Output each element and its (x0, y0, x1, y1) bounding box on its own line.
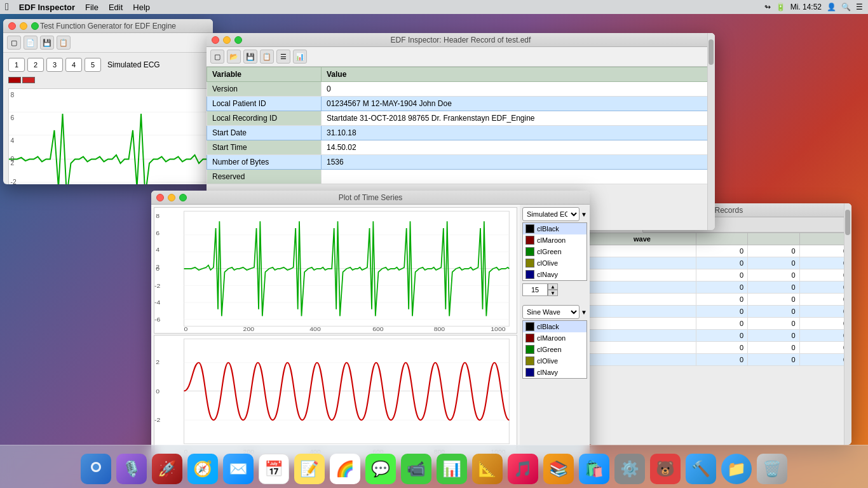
header-toolbar-btn-1[interactable]: ▢ (210, 50, 224, 64)
color-dot-black-bot (526, 322, 534, 331)
plot-max-btn[interactable] (179, 194, 187, 201)
bottom-signal-arrow: ▼ (581, 309, 587, 316)
dock-books[interactable]: 📚 (542, 452, 575, 485)
toolbar-btn-3[interactable]: 💾 (40, 36, 54, 50)
col-variable: Variable (207, 67, 322, 82)
top-signal-select[interactable]: Simulated ECG (522, 207, 580, 221)
dock-bear[interactable]: 🐻 (649, 452, 682, 485)
dock-launchpad[interactable]: 🚀 (151, 452, 184, 485)
spinbox-down-top[interactable]: ▼ (548, 290, 558, 296)
color-swatch-2[interactable] (22, 77, 35, 83)
color-item-navy-top[interactable]: clNavy (523, 269, 587, 280)
dock-folder[interactable]: 📁 (720, 452, 753, 485)
channel-btn-3[interactable]: 3 (46, 58, 63, 72)
dock-siri[interactable]: 🎙️ (115, 452, 148, 485)
color-item-navy-bot[interactable]: clNavy (523, 367, 587, 378)
header-row-6[interactable]: Reserved (207, 170, 715, 184)
dock-mail[interactable]: ✉️ (222, 452, 255, 485)
data-row-0[interactable]: 000 (588, 245, 851, 257)
data-row-5[interactable]: 000 (588, 306, 851, 318)
data-row-1[interactable]: 000 (588, 257, 851, 269)
dock-syspreferences[interactable]: ⚙️ (613, 452, 646, 485)
menu-file[interactable]: File (85, 3, 98, 12)
dock-numbers[interactable]: 📊 (435, 452, 468, 485)
channel-btn-5[interactable]: 5 (85, 58, 101, 72)
dock-finder-icon (81, 454, 111, 484)
datarecords-table-container[interactable]: wave 000000000000000000000000000000 (588, 233, 851, 441)
dock-appstore[interactable]: 🛍️ (578, 452, 611, 485)
toolbar-btn-4[interactable]: 📋 (57, 36, 71, 50)
color-item-olive-top[interactable]: clOlive (523, 257, 587, 269)
color-item-maroon-top[interactable]: clMaroon (523, 234, 587, 246)
color-item-green-top[interactable]: clGreen (523, 246, 587, 257)
color-dot-green-top (526, 247, 534, 256)
data-scrollbar[interactable] (844, 233, 851, 441)
header-row-3[interactable]: Start Date31.10.18 (207, 126, 715, 140)
color-item-black-bot[interactable]: clBlack (523, 321, 587, 332)
data-scrollbar-thumb[interactable] (845, 233, 850, 235)
data-cell-5-0: 0 (696, 306, 747, 318)
search-icon[interactable]: 🔍 (841, 3, 851, 11)
spinbox-up-top[interactable]: ▲ (548, 283, 558, 290)
data-row-9[interactable]: 000 (588, 354, 851, 366)
color-item-green-bot[interactable]: clGreen (523, 344, 587, 355)
dock-safari-icon: 🧭 (187, 454, 218, 484)
dock-photos[interactable]: 🌈 (329, 452, 362, 485)
channel-btn-4[interactable]: 4 (65, 58, 82, 72)
data-row-3[interactable]: 000 (588, 281, 851, 294)
header-row-4[interactable]: Start Time14.50.02 (207, 140, 715, 155)
header-toolbar-btn-5[interactable]: ☰ (276, 50, 290, 64)
color-item-black-top[interactable]: clBlack (523, 223, 587, 234)
header-scrollbar[interactable] (707, 67, 715, 230)
dock-calendar[interactable]: 📅 (257, 452, 290, 485)
maximize-button[interactable] (31, 22, 39, 30)
header-toolbar-btn-2[interactable]: 📂 (227, 50, 241, 64)
menu-help[interactable]: Help (133, 3, 150, 12)
dock-itunes[interactable]: 🎵 (506, 452, 539, 485)
header-toolbar-btn-4[interactable]: 📋 (260, 50, 274, 64)
dock-facetime[interactable]: 📹 (400, 452, 433, 485)
header-cell-variable-3: Start Date (207, 126, 322, 140)
bottom-signal-select[interactable]: Sine Wave (522, 305, 580, 319)
data-row-4[interactable]: 000 (588, 294, 851, 306)
apple-menu[interactable]:  (5, 1, 9, 13)
header-toolbar-btn-6[interactable]: 📊 (293, 50, 307, 64)
dock-finder[interactable] (79, 452, 112, 485)
color-item-olive-bot[interactable]: clOlive (523, 355, 587, 367)
channel-btn-2[interactable]: 2 (27, 58, 44, 72)
plot-min-btn[interactable] (168, 194, 175, 201)
channel-btn-1[interactable]: 1 (8, 58, 25, 72)
close-button[interactable] (8, 22, 16, 30)
header-row-5[interactable]: Number of Bytes1536 (207, 155, 715, 170)
plot-close-btn[interactable] (156, 194, 164, 201)
header-toolbar-btn-3[interactable]: 💾 (243, 50, 257, 64)
dock-messages[interactable]: 💬 (364, 452, 397, 485)
control-center-icon[interactable]: ☰ (856, 3, 863, 11)
svg-text:0: 0 (184, 325, 188, 332)
data-cell-2-0: 0 (696, 269, 747, 281)
header-row-0[interactable]: Version0 (207, 82, 715, 97)
dock-keynote[interactable]: 📐 (471, 452, 504, 485)
header-cell-variable-1: Local Patient ID (207, 97, 322, 111)
data-row-8[interactable]: 000 (588, 342, 851, 354)
data-row-7[interactable]: 000 (588, 330, 851, 342)
dock-trash[interactable]: 🗑️ (756, 452, 789, 485)
toolbar-btn-2[interactable]: 📄 (24, 36, 37, 50)
menu-edit[interactable]: Edit (109, 3, 123, 12)
data-row-2[interactable]: 000 (588, 269, 851, 281)
data-row-6[interactable]: 000 (588, 318, 851, 330)
header-min-btn[interactable] (223, 36, 231, 44)
app-name[interactable]: EDF Inspector (19, 3, 75, 12)
dock-safari[interactable]: 🧭 (186, 452, 219, 485)
header-max-btn[interactable] (234, 36, 242, 44)
spinbox-input-top[interactable]: 15 (522, 283, 548, 296)
minimize-button[interactable] (20, 22, 27, 30)
dock-notes[interactable]: 📝 (293, 452, 326, 485)
dock-xcode[interactable]: 🔨 (684, 452, 717, 485)
header-close-btn[interactable] (212, 36, 219, 44)
color-swatch-1[interactable] (8, 77, 21, 83)
header-row-2[interactable]: Local Recording IDStartdate 31-OCT-2018 … (207, 111, 715, 126)
color-item-maroon-bot[interactable]: clMaroon (523, 332, 587, 344)
header-row-1[interactable]: Local Patient ID01234567 M 12-MAY-1904 J… (207, 97, 715, 111)
toolbar-btn-1[interactable]: ▢ (7, 36, 21, 50)
